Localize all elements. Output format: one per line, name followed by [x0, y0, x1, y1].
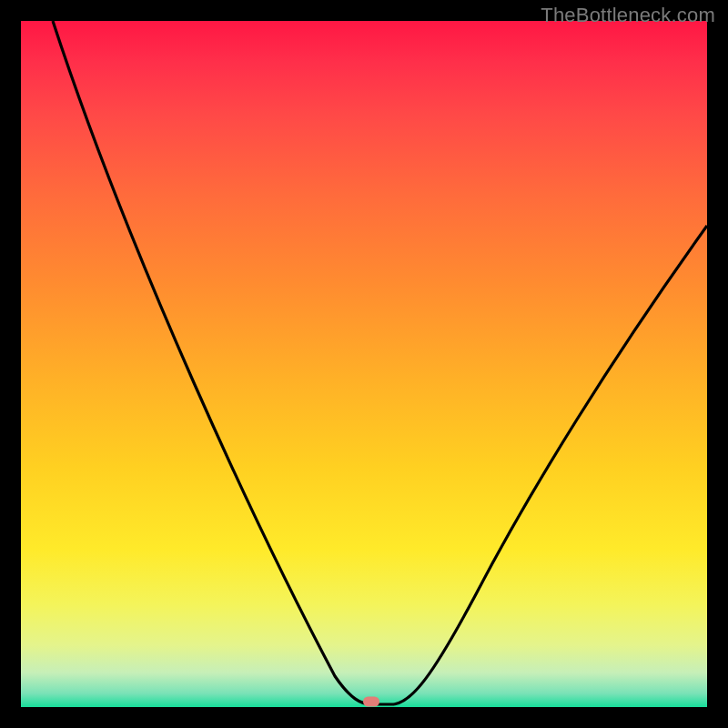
valley-marker — [363, 696, 379, 706]
gradient-plot-area — [21, 21, 707, 707]
chart-frame: TheBottleneck.com — [0, 0, 728, 728]
watermark-text: TheBottleneck.com — [541, 4, 715, 27]
